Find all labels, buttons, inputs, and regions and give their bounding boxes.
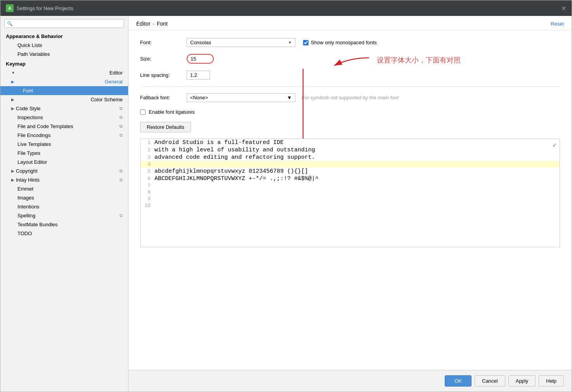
settings-panel: Font: Consolas ▼ Show only monospaced fo… xyxy=(128,30,572,370)
line-number: 9 xyxy=(140,196,154,202)
sidebar-item-emmet[interactable]: Emmet xyxy=(0,184,128,193)
line-spacing-row: Line spacing: xyxy=(140,71,560,80)
file-code-templates-label: File and Code Templates xyxy=(17,123,73,129)
size-row: Size: 设置字体大小，下面有对照 xyxy=(140,54,560,64)
color-scheme-label: Color Scheme xyxy=(91,97,123,102)
line-number: 10 xyxy=(140,203,154,208)
sidebar-section-keymap: Keymap xyxy=(0,59,128,68)
sidebar-item-file-and-code-templates[interactable]: File and Code Templates ⧉ xyxy=(0,122,128,131)
line-number: 6 xyxy=(140,176,154,182)
apply-button[interactable]: Apply xyxy=(508,375,536,387)
ok-button[interactable]: OK xyxy=(445,375,471,387)
line-number: 4 xyxy=(140,161,154,167)
help-button[interactable]: Help xyxy=(539,375,564,387)
breadcrumb-editor: Editor xyxy=(136,21,151,27)
sidebar-item-layout-editor[interactable]: Layout Editor xyxy=(0,158,128,167)
preview-line: 9 xyxy=(140,196,560,202)
sidebar-item-file-encodings[interactable]: File Encodings ⧉ xyxy=(0,131,128,140)
chinese-annotation: 设置字体大小，下面有对照 xyxy=(377,56,461,65)
fallback-label-text: Fallback font: xyxy=(140,95,187,101)
layout-editor-label: Layout Editor xyxy=(17,159,47,165)
file-types-label: File Types xyxy=(17,150,40,156)
general-arrow-icon: ▶ xyxy=(11,80,14,84)
code-style-arrow-icon: ▶ xyxy=(11,106,14,111)
editor-arrow-icon: ▼ xyxy=(11,71,15,75)
search-input[interactable] xyxy=(14,21,121,26)
font-label-text: Font: xyxy=(140,40,187,45)
fallback-hint: For symbols not supported by the main fo… xyxy=(302,95,399,101)
fallback-dropdown-arrow-icon: ▼ xyxy=(287,95,292,101)
sidebar-section-appearance: Appearance & Behavior xyxy=(0,31,128,41)
dialog-title: Settings for New Projects xyxy=(17,5,73,11)
restore-defaults-wrapper: Restore Defaults xyxy=(140,122,560,132)
line-spacing-input[interactable] xyxy=(187,71,210,80)
settings-dialog: A Settings for New Projects ✕ 🔍 Appearan… xyxy=(0,0,572,392)
breadcrumb: Editor › Font Reset xyxy=(128,16,572,30)
divider1 xyxy=(140,87,560,87)
copyright-arrow-icon: ▶ xyxy=(11,169,14,173)
sidebar-item-inlay-hints[interactable]: ▶ Inlay Hints ⧉ xyxy=(0,175,128,184)
line-number: 3 xyxy=(140,154,154,160)
code-style-label: Code Style xyxy=(16,106,41,111)
size-input[interactable] xyxy=(187,54,214,64)
editor-label: Editor xyxy=(109,70,123,76)
line-content: ABCDEFGHIJKLMNOPQRSTUVWXYZ +-*/= .,;:!? … xyxy=(154,175,319,182)
sidebar-item-path-variables[interactable]: Path Variables xyxy=(0,50,128,59)
general-label: General xyxy=(105,79,123,85)
file-encodings-label: File Encodings xyxy=(17,132,50,138)
sidebar-item-todo[interactable]: TODO xyxy=(0,229,128,238)
sidebar-item-copyright[interactable]: ▶ Copyright ⧉ xyxy=(0,167,128,175)
cancel-button[interactable]: Cancel xyxy=(475,375,505,387)
size-label-text: Size: xyxy=(140,56,187,62)
title-bar: A Settings for New Projects ✕ xyxy=(0,0,572,16)
dialog-body: 🔍 Appearance & Behavior Quick Lists Path… xyxy=(0,16,572,392)
ligatures-row: Enable font ligatures xyxy=(140,109,560,115)
images-label: Images xyxy=(17,195,34,201)
sidebar-item-textmate-bundles[interactable]: TextMate Bundles xyxy=(0,220,128,229)
font-dropdown-arrow-icon: ▼ xyxy=(288,40,292,45)
line-content: with a high level of usability and outst… xyxy=(154,147,315,153)
show-monospaced-checkbox[interactable] xyxy=(303,40,309,45)
font-row: Font: Consolas ▼ Show only monospaced fo… xyxy=(140,38,560,47)
sidebar-item-live-templates[interactable]: Live Templates xyxy=(0,140,128,149)
fallback-dropdown[interactable]: <None> ▼ xyxy=(187,93,295,102)
preview-check-icon: ✓ xyxy=(553,141,556,149)
sidebar-item-code-style[interactable]: ▶ Code Style ⧉ xyxy=(0,104,128,113)
content-area: Editor › Font Reset Font: Consolas ▼ xyxy=(128,16,572,370)
app-icon: A xyxy=(6,4,14,12)
line-content: abcdefghijklmnopqrstuvwxyz 0123456789 ()… xyxy=(154,168,308,175)
preview-line: 10 xyxy=(140,202,560,209)
line-number: 5 xyxy=(140,168,154,174)
sidebar-item-color-scheme[interactable]: ▶ Color Scheme xyxy=(0,95,128,104)
emmet-label: Emmet xyxy=(17,186,33,192)
sidebar-item-quick-lists[interactable]: Quick Lists xyxy=(0,41,128,50)
ligatures-checkbox[interactable] xyxy=(140,109,146,115)
search-box[interactable]: 🔍 xyxy=(4,19,124,28)
inlay-hints-label: Inlay Hints xyxy=(16,177,40,183)
sidebar-item-font[interactable]: Font xyxy=(0,86,128,95)
ligatures-label: Enable font ligatures xyxy=(149,109,195,115)
show-monospaced-label: Show only monospaced fonts xyxy=(311,40,377,45)
close-button[interactable]: ✕ xyxy=(561,5,566,12)
preview-line: 8 xyxy=(140,189,560,196)
sidebar-item-spelling[interactable]: Spelling ⧉ xyxy=(0,211,128,220)
sidebar-item-general[interactable]: ▶ General xyxy=(0,77,128,86)
inlay-hints-copy-icon: ⧉ xyxy=(120,177,123,182)
textmate-bundles-label: TextMate Bundles xyxy=(17,222,57,227)
reset-button[interactable]: Reset xyxy=(551,21,564,27)
sidebar-item-intentions[interactable]: Intentions xyxy=(0,202,128,211)
preview-line: 1Android Studio is a full-featured IDE xyxy=(140,139,560,146)
live-templates-label: Live Templates xyxy=(17,141,51,147)
sidebar-item-inspections[interactable]: Inspections ⧉ xyxy=(0,113,128,122)
line-number: 1 xyxy=(140,140,154,146)
sidebar-item-file-types[interactable]: File Types xyxy=(0,149,128,158)
inspections-copy-icon: ⧉ xyxy=(120,115,123,120)
search-icon: 🔍 xyxy=(7,21,13,26)
breadcrumb-current: Font xyxy=(157,21,168,27)
sidebar-item-editor[interactable]: ▼ Editor xyxy=(0,68,128,77)
line-content: advanced code editing and refactoring su… xyxy=(154,154,315,161)
copyright-label: Copyright xyxy=(16,168,38,174)
restore-defaults-button[interactable]: Restore Defaults xyxy=(140,122,191,132)
sidebar-item-images[interactable]: Images xyxy=(0,193,128,202)
font-dropdown[interactable]: Consolas ▼ xyxy=(187,38,295,47)
